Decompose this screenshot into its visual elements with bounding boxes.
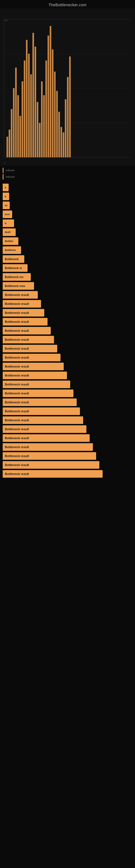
result-bar-text: Bottleneck result (5, 410, 29, 413)
result-bar-text: Bottleneck result (5, 365, 29, 368)
list-item: Bottlenec (0, 246, 135, 254)
result-bar-text: B (5, 187, 6, 188)
result-bar-text: Bottleneck result (5, 463, 29, 467)
list-item: Bottleneck resu (0, 282, 135, 290)
result-bar-text: B (5, 222, 6, 225)
result-bar: Bottleneck result (3, 345, 57, 352)
result-bar: Bottleneck result (3, 309, 44, 316)
result-bar-text: Bottlen (5, 240, 13, 243)
list-item: Bottleneck result (0, 380, 135, 388)
page-wrapper: TheBottlenecker.com (0, 0, 135, 868)
result-bar-text: Bottl (5, 213, 10, 216)
result-bar-text: Bottleneck result (5, 338, 29, 341)
indicator-area: indicator indicator (0, 166, 135, 181)
result-bar: Bottleneck result (3, 470, 103, 478)
site-title: TheBottlenecker.com (0, 0, 135, 8)
indicator-label-2: indicator (6, 176, 15, 178)
result-bar: Bottleneck result (3, 452, 96, 460)
result-bar: Bottleneck resu (3, 282, 34, 290)
list-item: Bottleneck result (0, 399, 135, 406)
list-item: Bottleneck result (0, 390, 135, 397)
list-item: Bottleneck result (0, 300, 135, 308)
result-bar: Bottleneck result (3, 407, 80, 415)
result-bar: Bottl (3, 228, 16, 236)
result-bar-text: Bottleneck result (5, 311, 29, 314)
result-bar-text: Bottleneck result (5, 401, 29, 404)
list-item: Bottleneck result (0, 461, 135, 469)
list-item: Bc (0, 202, 135, 209)
list-item: Bottleneck result (0, 345, 135, 352)
result-bar-text: Bottleneck result (5, 374, 29, 377)
result-bar: Bottleneck result (3, 380, 70, 388)
result-bar: Bottleneck result (3, 291, 38, 299)
list-item: Bottleneck result (0, 291, 135, 299)
list-item: Bottleneck result (0, 372, 135, 379)
result-bar-text: Bottleneck result (5, 472, 29, 475)
result-bar-text: Bottleneck result (5, 302, 29, 305)
result-bar-text: Bottleneck result (5, 356, 29, 359)
result-bar-text: Bottleneck res (5, 276, 24, 279)
list-item: Bottleneck re (0, 264, 135, 272)
list-item: B (0, 184, 135, 191)
result-bar-text: Bottleneck resu (5, 284, 25, 287)
result-bar-text: Bottl (5, 231, 10, 234)
result-bar-text: Bottleneck re (5, 267, 22, 270)
result-bar-text: Bottleneck result (5, 445, 29, 448)
list-item: Bottl (0, 228, 135, 236)
result-bar-text: Bottlenec (5, 249, 16, 251)
list-item: Bottleneck result (0, 470, 135, 478)
result-bar-text: Bottleneck result (5, 428, 29, 431)
result-bar-text: Bottleneck result (5, 320, 29, 323)
list-item: Bottleneck result (0, 354, 135, 361)
result-bar: Bottleneck result (3, 363, 64, 370)
result-bar-text: Bottleneck result (5, 347, 29, 350)
result-bar-text: Bc (5, 204, 8, 207)
result-bar: Bottleneck result (3, 327, 51, 335)
chart-label: 0 (4, 162, 5, 164)
result-bar-text: Bottleneck result (5, 392, 29, 395)
result-bar: Bottleneck result (3, 318, 48, 326)
list-item: Bottleneck result (0, 363, 135, 370)
result-bar: Bottleneck (3, 255, 24, 263)
list-item: Bottleneck result (0, 336, 135, 343)
list-item: Bottleneck (0, 255, 135, 263)
list-item: Bottl (0, 211, 135, 218)
chart-y-label: 100 (4, 19, 8, 22)
result-bar-text: Bottleneck result (5, 293, 29, 297)
indicator-label-1: indicator (6, 169, 15, 172)
result-bar: Bc (3, 202, 10, 209)
result-bar: Bottleneck result (3, 416, 83, 424)
list-item: Bottleneck result (0, 318, 135, 326)
list-item: Bottleneck result (0, 407, 135, 415)
list-item: B (0, 193, 135, 200)
result-bar: Bottleneck result (3, 336, 54, 343)
result-bar: Bottleneck result (3, 461, 99, 469)
result-bar: Bottleneck result (3, 354, 60, 361)
list-item: Bottlen (0, 237, 135, 245)
list-item: Bottleneck result (0, 452, 135, 460)
list-item: Bottleneck result (0, 416, 135, 424)
result-bar: Bottleneck result (3, 390, 74, 397)
list-item: Bottleneck result (0, 443, 135, 451)
result-bar-text: Bottleneck result (5, 329, 29, 332)
result-bar-text: Bottleneck result (5, 436, 29, 440)
list-item: Bottleneck result (0, 425, 135, 433)
result-bar-text: Bottleneck result (5, 383, 29, 386)
result-bar: B (3, 184, 9, 191)
list-item: Bottleneck result (0, 434, 135, 442)
result-bar: Bottleneck result (3, 300, 41, 308)
result-bar: Bottleneck result (3, 434, 90, 442)
top-chart-area: 0 100 (0, 8, 135, 166)
list-item: B (0, 219, 135, 227)
result-bar: Bottlenec (3, 246, 21, 254)
result-bar: Bottleneck result (3, 372, 67, 379)
result-bar: Bottlen (3, 237, 18, 245)
list-item: Bottleneck result (0, 327, 135, 335)
result-bar: Bottleneck re (3, 264, 28, 272)
result-bar: Bottleneck result (3, 425, 86, 433)
result-bar: Bottleneck result (3, 399, 77, 406)
result-bar: Bottleneck result (3, 443, 93, 451)
list-item: Bottleneck result (0, 309, 135, 316)
result-bar-text: Bottleneck result (5, 418, 29, 422)
result-bar-text: Bottleneck (5, 258, 18, 261)
